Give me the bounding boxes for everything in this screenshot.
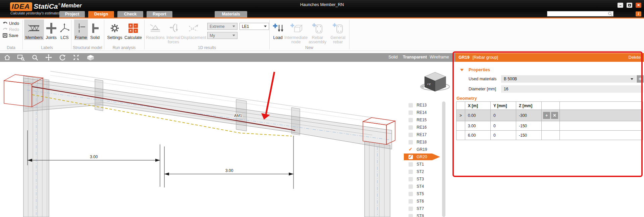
tree-item-st5[interactable]: ST5 bbox=[401, 190, 445, 198]
plus-icon: + bbox=[545, 113, 548, 118]
cell-y[interactable]: 0 bbox=[491, 131, 516, 140]
tree-item-gr20[interactable]: GR20 bbox=[401, 153, 445, 161]
orientation-cube[interactable]: +Y bbox=[421, 72, 449, 91]
dimension-label-right: 3.00 bbox=[225, 168, 233, 173]
new-intermediate-node-button[interactable]: Intermediate node bbox=[285, 19, 307, 44]
checkbox-icon[interactable] bbox=[409, 111, 413, 115]
cell-z[interactable]: -150 bbox=[516, 121, 542, 131]
rotate-view-button[interactable] bbox=[59, 54, 66, 61]
tab-project[interactable]: Project bbox=[59, 11, 85, 17]
table-row[interactable]: 3.00 0 -150 bbox=[457, 121, 643, 131]
tree-item-st4[interactable]: ST4 bbox=[401, 183, 445, 190]
checkbox-icon[interactable] bbox=[409, 214, 413, 217]
checkbox-icon[interactable] bbox=[409, 199, 413, 204]
checkbox-icon[interactable] bbox=[409, 177, 413, 181]
joints-button[interactable]: Joints bbox=[45, 19, 58, 40]
lcs-button[interactable]: LCS bbox=[58, 19, 71, 40]
add-material-button[interactable]: + bbox=[637, 75, 644, 83]
pan-button[interactable] bbox=[45, 54, 52, 61]
cell-z[interactable]: -300 bbox=[516, 110, 542, 121]
cell-y[interactable]: 0 bbox=[491, 110, 516, 121]
table-row[interactable]: 6.00 0 -150 bbox=[457, 131, 643, 140]
collapse-triangle-icon[interactable] bbox=[460, 69, 464, 71]
viewmode-solid[interactable]: Solid bbox=[388, 55, 398, 59]
solid-view-button[interactable] bbox=[87, 54, 95, 61]
reactions-button[interactable]: Reactions bbox=[146, 19, 165, 40]
checkbox-icon[interactable] bbox=[409, 170, 413, 174]
tree-item-re15[interactable]: RE15 bbox=[401, 116, 445, 124]
delete-button[interactable]: Delete bbox=[629, 55, 641, 60]
extreme-select[interactable]: Extreme bbox=[207, 23, 237, 30]
tree-item-re17[interactable]: RE17 bbox=[401, 131, 445, 138]
tab-materials[interactable]: Materials bbox=[215, 11, 247, 17]
home-view-button[interactable] bbox=[4, 54, 10, 60]
my-select[interactable]: My bbox=[207, 32, 237, 39]
tab-check[interactable]: Check bbox=[117, 11, 143, 17]
tree-item-re14[interactable]: RE14 bbox=[401, 109, 445, 116]
frame-button[interactable]: Frame bbox=[74, 19, 88, 40]
zoom-fit-button[interactable] bbox=[73, 54, 79, 61]
checkbox-icon[interactable] bbox=[409, 118, 413, 122]
checkbox-icon[interactable] bbox=[409, 184, 413, 189]
viewmode-transparent[interactable]: Transparent bbox=[403, 55, 427, 59]
tab-design[interactable]: Design bbox=[88, 11, 114, 17]
checkbox-icon[interactable] bbox=[409, 192, 413, 196]
tree-item-st3[interactable]: ST3 bbox=[401, 175, 445, 183]
new-load-button[interactable]: Load bbox=[271, 19, 285, 40]
tab-report[interactable]: Report bbox=[147, 11, 172, 17]
maximize-button[interactable] bbox=[627, 3, 632, 8]
add-row-button[interactable]: + bbox=[543, 112, 550, 119]
new-general-rebar-button[interactable]: General rebar bbox=[328, 19, 347, 44]
cell-x[interactable]: 0.00 bbox=[465, 110, 491, 121]
zoom-window-button[interactable] bbox=[17, 54, 25, 61]
displacement-button[interactable]: Displacement bbox=[181, 19, 206, 40]
plus-icon: + bbox=[639, 76, 642, 82]
cell-x[interactable]: 3.00 bbox=[465, 121, 491, 131]
info-button[interactable]: i bbox=[636, 11, 641, 16]
tree-item-re18[interactable]: RE18 bbox=[401, 138, 445, 146]
loadcase-select[interactable]: LE1 bbox=[239, 23, 269, 30]
tree-item-gr19[interactable]: GR19 bbox=[401, 146, 445, 153]
checkbox-checked-icon[interactable] bbox=[409, 155, 413, 159]
close-button[interactable]: ✕ bbox=[636, 3, 641, 8]
table-row[interactable]: > 0.00 0 -300 +✕ bbox=[457, 110, 643, 121]
undo-button[interactable]: Undo bbox=[3, 20, 19, 26]
members-button[interactable]: Members bbox=[24, 19, 44, 40]
solid-button[interactable]: Solid bbox=[89, 19, 101, 40]
checkbox-icon[interactable] bbox=[409, 125, 413, 130]
viewport-3d-scene[interactable]: 3.00 3.00 AM1 +Y bbox=[0, 62, 455, 217]
tree-item-st6[interactable]: ST6 bbox=[401, 198, 445, 205]
internal-forces-button[interactable]: Internal forces bbox=[165, 19, 181, 44]
tree-scrollbar[interactable] bbox=[442, 101, 445, 217]
intermediate-node-label: Intermediate node bbox=[284, 36, 308, 44]
tree-item-re13[interactable]: RE13 bbox=[401, 101, 445, 109]
checkbox-icon[interactable] bbox=[409, 207, 413, 211]
checkbox-icon[interactable] bbox=[409, 140, 413, 144]
settings-button[interactable]: Settings bbox=[107, 19, 123, 40]
chevron-down-icon bbox=[264, 26, 267, 27]
checkbox-checked-icon[interactable] bbox=[409, 147, 413, 152]
search-input[interactable] bbox=[547, 12, 608, 16]
zoom-button[interactable] bbox=[32, 54, 38, 61]
diameter-input[interactable]: 16 bbox=[501, 85, 643, 93]
new-rebar-assembly-button[interactable]: Rebar assembly bbox=[307, 19, 328, 44]
save-button[interactable]: Save bbox=[3, 33, 18, 38]
checkbox-icon[interactable] bbox=[409, 103, 413, 107]
minimize-button[interactable]: – bbox=[618, 3, 623, 8]
redo-button[interactable]: Redo bbox=[3, 27, 19, 32]
tree-item-re16[interactable]: RE16 bbox=[401, 124, 445, 131]
viewmode-wireframe[interactable]: Wireframe bbox=[430, 55, 449, 59]
displacement-icon bbox=[187, 23, 200, 33]
delete-row-button[interactable]: ✕ bbox=[551, 112, 558, 119]
cell-x[interactable]: 6.00 bbox=[465, 131, 491, 140]
tree-item-st7[interactable]: ST7 bbox=[401, 205, 445, 212]
calculate-button[interactable]: +− ×÷ Calculate bbox=[123, 19, 143, 40]
checkbox-icon[interactable] bbox=[409, 133, 413, 137]
tree-item-st8[interactable]: ST8 bbox=[401, 212, 445, 217]
tree-item-st1[interactable]: ST1 bbox=[401, 161, 445, 168]
cell-z[interactable]: -150 bbox=[516, 131, 542, 140]
checkbox-icon[interactable] bbox=[409, 162, 413, 167]
cell-y[interactable]: 0 bbox=[491, 121, 516, 131]
tree-item-st2[interactable]: ST2 bbox=[401, 168, 445, 175]
used-materials-select[interactable]: B 500B bbox=[501, 75, 636, 83]
